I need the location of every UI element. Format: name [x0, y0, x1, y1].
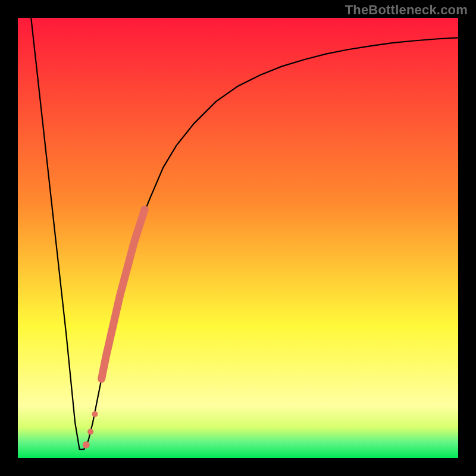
marker-dot	[92, 411, 98, 417]
plot-area	[18, 18, 458, 458]
marker-dot	[87, 429, 93, 435]
marker-dot	[83, 441, 90, 449]
bottleneck-chart	[18, 18, 458, 458]
watermark-text: TheBottleneck.com	[345, 2, 468, 18]
chart-frame: TheBottleneck.com	[0, 0, 476, 476]
gradient-background	[18, 18, 458, 458]
